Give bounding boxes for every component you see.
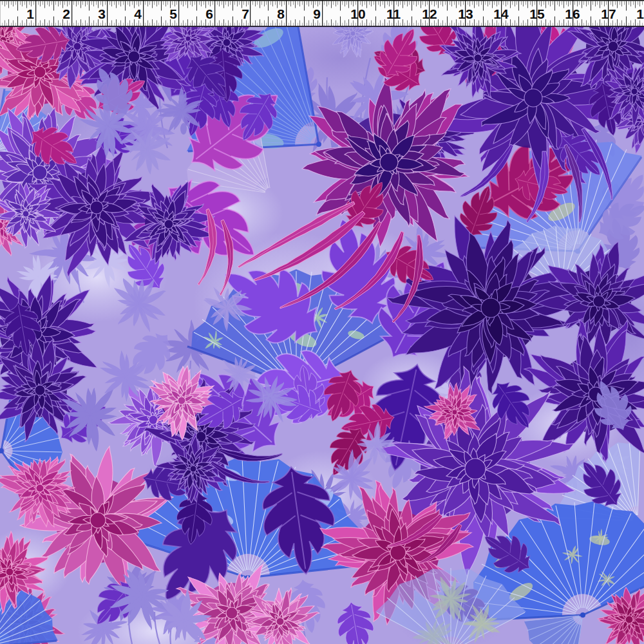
svg-text:18: 18 xyxy=(636,6,644,21)
svg-text:14: 14 xyxy=(493,6,509,21)
svg-text:12: 12 xyxy=(422,6,437,21)
svg-text:7: 7 xyxy=(242,6,249,21)
svg-text:4: 4 xyxy=(134,6,142,21)
svg-text:2: 2 xyxy=(62,6,70,21)
svg-text:3: 3 xyxy=(98,6,106,21)
svg-text:1: 1 xyxy=(26,6,34,21)
svg-text:10: 10 xyxy=(350,6,365,21)
svg-text:13: 13 xyxy=(458,6,473,21)
svg-text:17: 17 xyxy=(601,6,616,21)
svg-text:5: 5 xyxy=(169,6,177,21)
svg-text:9: 9 xyxy=(313,6,321,21)
svg-text:11: 11 xyxy=(386,6,401,21)
svg-text:6: 6 xyxy=(205,6,213,21)
svg-text:15: 15 xyxy=(529,6,545,21)
svg-text:16: 16 xyxy=(565,6,580,21)
svg-text:8: 8 xyxy=(277,6,285,21)
